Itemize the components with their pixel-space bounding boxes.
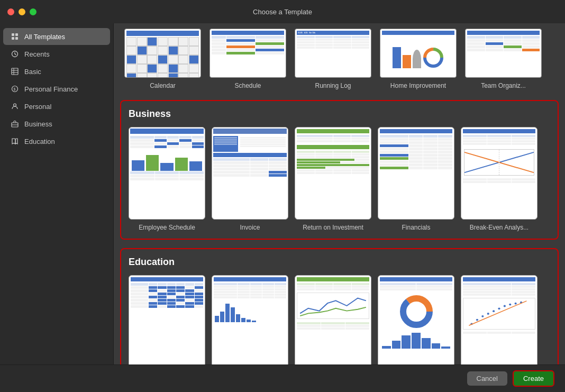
svg-point-32: [509, 304, 511, 306]
briefcase-icon: [11, 120, 19, 128]
correlation-project-thumbnail: [461, 275, 537, 364]
svg-point-31: [504, 305, 506, 307]
business-templates-row: Employee Schedule: [129, 127, 550, 231]
sidebar-label-personal: Personal: [24, 103, 51, 111]
svg-point-30: [498, 307, 500, 309]
content-area: Calendar: [114, 23, 565, 364]
sidebar-label-education: Education: [24, 138, 55, 145]
probability-lab-thumbnail: [378, 275, 454, 364]
svg-text:$: $: [14, 87, 16, 91]
person-icon: [11, 102, 19, 111]
svg-point-28: [487, 313, 489, 315]
education-templates-row: Attendance: [129, 275, 550, 364]
template-card-invoice[interactable]: Invoice: [212, 127, 288, 231]
template-card-break-even[interactable]: Break-Even Analys...: [461, 127, 537, 231]
roi-label: Return on Investment: [303, 224, 363, 231]
cancel-button[interactable]: Cancel: [467, 371, 507, 386]
attendance-thumbnail: [129, 275, 205, 364]
sidebar-item-education[interactable]: Education: [3, 133, 110, 150]
maximize-button[interactable]: [30, 8, 37, 15]
sidebar-item-recents[interactable]: Recents: [3, 45, 110, 62]
grid-icon: [11, 32, 19, 41]
business-section-title: Business: [129, 108, 550, 120]
sidebar-item-business[interactable]: Business: [3, 115, 110, 132]
svg-point-29: [493, 310, 495, 312]
employee-schedule-thumbnail: [129, 127, 205, 220]
svg-rect-3: [15, 37, 18, 40]
sidebar-item-personal[interactable]: Personal: [3, 98, 110, 115]
footer: Cancel Create: [0, 364, 565, 392]
svg-rect-2: [12, 37, 14, 40]
book-icon: [11, 137, 19, 145]
svg-rect-0: [12, 33, 14, 36]
team-organizer-label: Team Organiz...: [481, 82, 526, 89]
template-card-grade-book[interactable]: Grade Book: [212, 275, 288, 364]
template-card-correlation-project[interactable]: Correlation Project: [461, 275, 537, 364]
schedule-label: Schedule: [234, 82, 261, 89]
template-card-home-improvement[interactable]: Home Improvement: [380, 29, 457, 89]
financials-label: Financials: [402, 224, 430, 231]
minimize-button[interactable]: [19, 8, 25, 15]
dollar-icon: $: [11, 85, 19, 93]
window-title: Choose a Template: [253, 8, 312, 16]
template-card-attendance[interactable]: Attendance: [129, 275, 205, 364]
svg-line-35: [469, 301, 526, 325]
sidebar-label-all-templates: All Templates: [24, 33, 65, 41]
sidebar-item-all-templates[interactable]: All Templates: [3, 28, 110, 45]
main-layout: All Templates Recents Bas: [0, 23, 565, 364]
template-card-running-log[interactable]: 31.85 4.35 6m 54s: [295, 29, 371, 89]
svg-rect-7: [12, 68, 18, 75]
sidebar-label-basic: Basic: [24, 68, 41, 76]
team-organizer-thumbnail: [465, 29, 542, 78]
title-bar: Choose a Template: [0, 0, 565, 23]
close-button[interactable]: [7, 8, 14, 15]
schedule-thumbnail: [209, 29, 286, 78]
table-icon: [11, 67, 19, 76]
sidebar-item-personal-finance[interactable]: $ Personal Finance: [3, 80, 110, 97]
break-even-thumbnail: [461, 127, 537, 220]
break-even-label: Break-Even Analys...: [470, 224, 528, 231]
business-section: Business: [120, 100, 559, 240]
template-card-gpa[interactable]: GPA: [295, 275, 371, 364]
svg-point-13: [14, 104, 16, 106]
svg-point-24: [407, 302, 426, 321]
sidebar-label-business: Business: [24, 120, 52, 128]
calendar-label: Calendar: [150, 82, 176, 89]
clock-icon: [11, 50, 19, 58]
sidebar-label-recents: Recents: [24, 50, 50, 58]
svg-rect-1: [15, 33, 18, 36]
running-log-label: Running Log: [315, 82, 351, 89]
svg-point-33: [515, 303, 517, 305]
template-card-probability-lab[interactable]: Probability Lab: [378, 275, 454, 364]
home-improvement-thumbnail: [380, 29, 457, 78]
template-card-financials[interactable]: Financials: [378, 127, 454, 231]
sidebar-label-personal-finance: Personal Finance: [24, 85, 78, 93]
sidebar-item-basic[interactable]: Basic: [3, 63, 110, 80]
gpa-thumbnail: [295, 275, 371, 364]
template-card-employee-schedule[interactable]: Employee Schedule: [129, 127, 205, 231]
invoice-label: Invoice: [240, 224, 260, 231]
traffic-lights: [7, 8, 37, 15]
template-card-calendar[interactable]: Calendar: [124, 29, 201, 89]
employee-schedule-label: Employee Schedule: [139, 224, 195, 231]
education-section: Education: [120, 248, 559, 364]
running-log-thumbnail: 31.85 4.35 6m 54s: [295, 29, 371, 78]
template-card-schedule[interactable]: Schedule: [209, 29, 286, 89]
template-card-team-organizer[interactable]: Team Organiz...: [465, 29, 542, 89]
svg-point-27: [481, 315, 484, 317]
top-templates-row: Calendar: [114, 23, 565, 100]
calendar-thumbnail: [124, 29, 201, 78]
education-section-title: Education: [129, 257, 550, 268]
svg-point-26: [476, 319, 478, 321]
svg-line-6: [15, 54, 16, 55]
roi-thumbnail: [295, 127, 371, 220]
financials-thumbnail: [378, 127, 454, 220]
create-button[interactable]: Create: [513, 370, 554, 387]
home-improvement-label: Home Improvement: [390, 82, 446, 89]
grade-book-thumbnail: [212, 275, 288, 364]
invoice-thumbnail: [212, 127, 288, 220]
template-card-return-on-investment[interactable]: Return on Investment: [295, 127, 371, 231]
sidebar: All Templates Recents Bas: [0, 23, 114, 364]
